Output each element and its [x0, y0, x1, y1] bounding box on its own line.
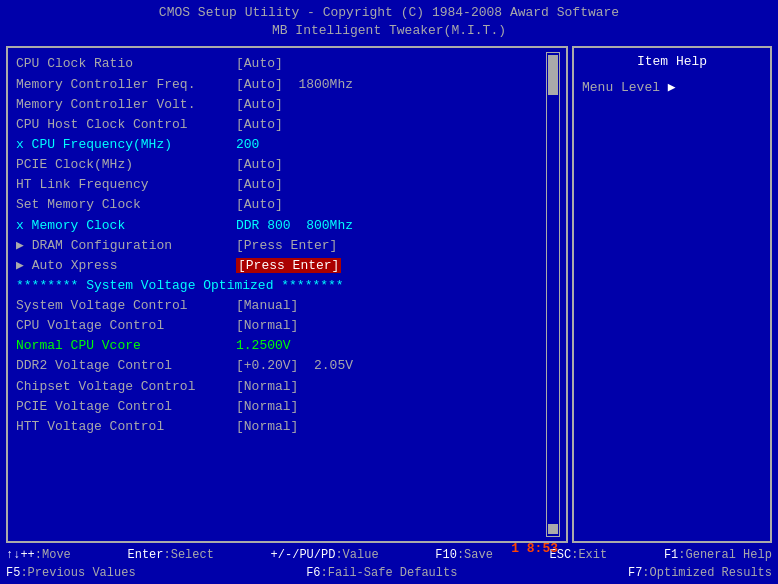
timestamp: 1 8:53	[511, 541, 558, 556]
table-row[interactable]: Normal CPU Vcore 1.2500V	[16, 336, 558, 356]
row-label: Normal CPU Vcore	[16, 336, 236, 356]
row-value: [Auto] 1800Mhz	[236, 75, 353, 95]
table-row[interactable]: Memory Controller Volt. [Auto]	[16, 95, 558, 115]
row-label: HTT Voltage Control	[16, 417, 236, 437]
shortcut-optimized: F7:Optimized Results	[628, 564, 772, 582]
row-label: ▶ DRAM Configuration	[16, 236, 236, 256]
row-value: [+0.20V] 2.05V	[236, 356, 353, 376]
shortcut-prev: F5:Previous Values	[6, 564, 136, 582]
table-row[interactable]: ▶ DRAM Configuration [Press Enter]	[16, 236, 558, 256]
table-row-autoxpress[interactable]: ▶ Auto Xpress [Press Enter]	[16, 256, 558, 276]
row-value: [Auto]	[236, 54, 283, 74]
row-label: x Memory Clock	[16, 216, 236, 236]
row-value: 1.2500V	[236, 336, 291, 356]
row-value: [Auto]	[236, 115, 283, 135]
shortcut-select: Enter:Select	[128, 546, 214, 564]
shortcut-failsafe: F6:Fail-Safe Defaults	[306, 564, 457, 582]
scrollbar-bottom	[548, 524, 558, 534]
table-row[interactable]: x CPU Frequency(MHz) 200	[16, 135, 558, 155]
highlighted-value: [Press Enter]	[236, 258, 341, 273]
row-value: [Normal]	[236, 417, 298, 437]
table-row[interactable]: HTT Voltage Control [Normal]	[16, 417, 558, 437]
row-value: DDR 800 800Mhz	[236, 216, 353, 236]
table-row[interactable]: CPU Host Clock Control [Auto]	[16, 115, 558, 135]
left-panel: ▲ CPU Clock Ratio [Auto] Memory Controll…	[6, 46, 568, 543]
row-label: System Voltage Control	[16, 296, 236, 316]
asterisk-row: ******** System Voltage Optimized ******…	[16, 276, 558, 296]
scrollbar[interactable]	[546, 52, 560, 537]
row-label: Set Memory Clock	[16, 195, 236, 215]
row-value: [Normal]	[236, 377, 298, 397]
table-row[interactable]: Set Memory Clock [Auto]	[16, 195, 558, 215]
row-label: x CPU Frequency(MHz)	[16, 135, 236, 155]
menu-level-arrow-icon: ▶	[668, 80, 676, 95]
table-row[interactable]: x Memory Clock DDR 800 800Mhz	[16, 216, 558, 236]
menu-level: Menu Level ▶	[582, 79, 762, 95]
item-help-title: Item Help	[582, 54, 762, 69]
table-row[interactable]: PCIE Voltage Control [Normal]	[16, 397, 558, 417]
row-value: [Manual]	[236, 296, 298, 316]
table-row[interactable]: DDR2 Voltage Control [+0.20V] 2.05V	[16, 356, 558, 376]
row-label: ▶ Auto Xpress	[16, 256, 236, 276]
row-label: Chipset Voltage Control	[16, 377, 236, 397]
shortcut-move: ↑↓++:Move	[6, 546, 71, 564]
bottom-bar-row2: F5:Previous Values F6:Fail-Safe Defaults…	[6, 564, 772, 582]
row-value: [Normal]	[236, 397, 298, 417]
menu-level-label: Menu Level	[582, 80, 660, 95]
row-label: CPU Clock Ratio	[16, 54, 236, 74]
row-value: [Press Enter]	[236, 236, 337, 256]
right-panel: Item Help Menu Level ▶	[572, 46, 772, 543]
row-value: [Press Enter]	[236, 256, 341, 276]
row-label: CPU Host Clock Control	[16, 115, 236, 135]
shortcut-exit: ESC:Exit	[550, 546, 608, 564]
bottom-bar: ↑↓++:Move Enter:Select +/-/PU/PD:Value F…	[0, 543, 778, 584]
row-value: 200	[236, 135, 259, 155]
table-row[interactable]: Chipset Voltage Control [Normal]	[16, 377, 558, 397]
main-area: ▲ CPU Clock Ratio [Auto] Memory Controll…	[6, 46, 772, 543]
row-value: [Auto]	[236, 95, 283, 115]
title-bar: CMOS Setup Utility - Copyright (C) 1984-…	[0, 0, 778, 42]
row-label: PCIE Voltage Control	[16, 397, 236, 417]
table-row[interactable]: HT Link Frequency [Auto]	[16, 175, 558, 195]
row-value: [Auto]	[236, 155, 283, 175]
row-label: CPU Voltage Control	[16, 316, 236, 336]
row-label: DDR2 Voltage Control	[16, 356, 236, 376]
bottom-bar-row1: ↑↓++:Move Enter:Select +/-/PU/PD:Value F…	[6, 546, 772, 564]
table-row[interactable]: System Voltage Control [Manual]	[16, 296, 558, 316]
row-label: Memory Controller Volt.	[16, 95, 236, 115]
table-row[interactable]: Memory Controller Freq. [Auto] 1800Mhz	[16, 75, 558, 95]
row-label: HT Link Frequency	[16, 175, 236, 195]
shortcut-value: +/-/PU/PD:Value	[271, 546, 379, 564]
row-label: PCIE Clock(MHz)	[16, 155, 236, 175]
table-row[interactable]: CPU Voltage Control [Normal]	[16, 316, 558, 336]
row-label: Memory Controller Freq.	[16, 75, 236, 95]
shortcut-help: F1:General Help	[664, 546, 772, 564]
title-line2: MB Intelligent Tweaker(M.I.T.)	[0, 22, 778, 40]
title-line1: CMOS Setup Utility - Copyright (C) 1984-…	[0, 4, 778, 22]
table-row[interactable]: CPU Clock Ratio [Auto]	[16, 54, 558, 74]
shortcut-save: F10:Save	[435, 546, 493, 564]
row-value: [Auto]	[236, 175, 283, 195]
row-value: [Normal]	[236, 316, 298, 336]
table-row[interactable]: PCIE Clock(MHz) [Auto]	[16, 155, 558, 175]
scrollbar-thumb	[548, 55, 558, 95]
row-value: [Auto]	[236, 195, 283, 215]
